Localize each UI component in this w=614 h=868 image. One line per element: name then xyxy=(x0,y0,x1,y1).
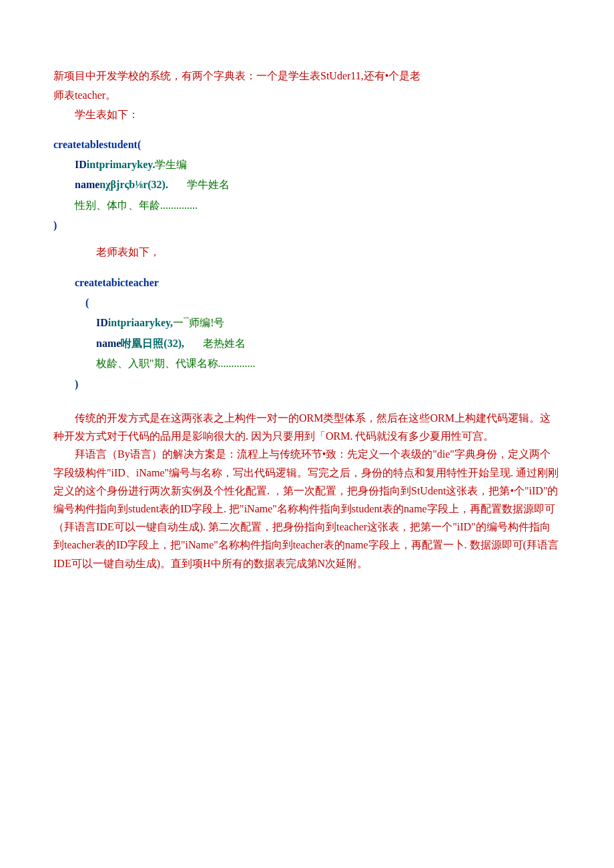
comment-teacher-id: 一¯师编!号 xyxy=(173,317,224,328)
type-id-2: intpriaarykey, xyxy=(108,317,173,328)
paragraph-2: 拜语言（By语言）的解决方案是：流程上与传统环节•致：先定义一个表级的"die"… xyxy=(53,445,561,572)
etc-student: 性别、体巾、年龄.............. xyxy=(75,199,198,211)
type-name: nχβjrςb⅛r(32). xyxy=(99,179,168,190)
intro-line1b: 师表teacher。 xyxy=(53,86,561,104)
para1-text: 传统的开发方式是在这两张表之上构件一对一的ORM类型体系，然后在这些ORM上构建… xyxy=(53,409,561,445)
comment-teacher-name: 老热姓名 xyxy=(203,338,246,349)
comment-student-id: 学生编 xyxy=(155,159,187,170)
field-id: ID xyxy=(75,159,87,170)
type-name-2: 咐凰日照(32), xyxy=(121,338,184,349)
document-page: 新项目中开发学校的系统，有两个字典表：一个是学生表StUder11,还有•个是老… xyxy=(0,0,614,868)
comment-student-name: 学牛姓名 xyxy=(187,179,230,190)
intro-line3: 老师表如下， xyxy=(53,243,561,261)
close-paren-student: ) xyxy=(53,215,561,236)
close-paren-teacher: ) xyxy=(75,374,561,394)
field-name: name xyxy=(75,179,99,190)
para2-text: 拜语言（By语言）的解决方案是：流程上与传统环节•致：先定义一个表级的"die"… xyxy=(53,445,561,572)
field-id-2: ID xyxy=(96,317,108,328)
open-paren-teacher: ( xyxy=(75,293,561,313)
create-keyword: createtable xyxy=(53,139,103,150)
create-keyword-2: createtabic xyxy=(75,277,125,288)
field-name-2: name xyxy=(96,338,121,349)
type-id: intprimarykey. xyxy=(87,159,156,170)
sql-block-student: createtablestudent( IDintprimarykey.学生编 … xyxy=(53,135,561,236)
etc-teacher: 枚龄、入职"期、代课名称.............. xyxy=(96,358,256,369)
paragraph-1: 传统的开发方式是在这两张表之上构件一对一的ORM类型体系，然后在这些ORM上构建… xyxy=(53,409,561,445)
sql-block-teacher: createtabicteacher ( IDintpriaarykey,一¯师… xyxy=(53,273,561,394)
intro-line1a: 新项目中开发学校的系统，有两个字典表：一个是学生表StUder11,还有•个是老 xyxy=(53,67,561,85)
table-name-teacher: teacher xyxy=(125,277,159,288)
table-name-student: student( xyxy=(103,139,141,150)
intro-line2: 学生表如下： xyxy=(53,105,561,123)
